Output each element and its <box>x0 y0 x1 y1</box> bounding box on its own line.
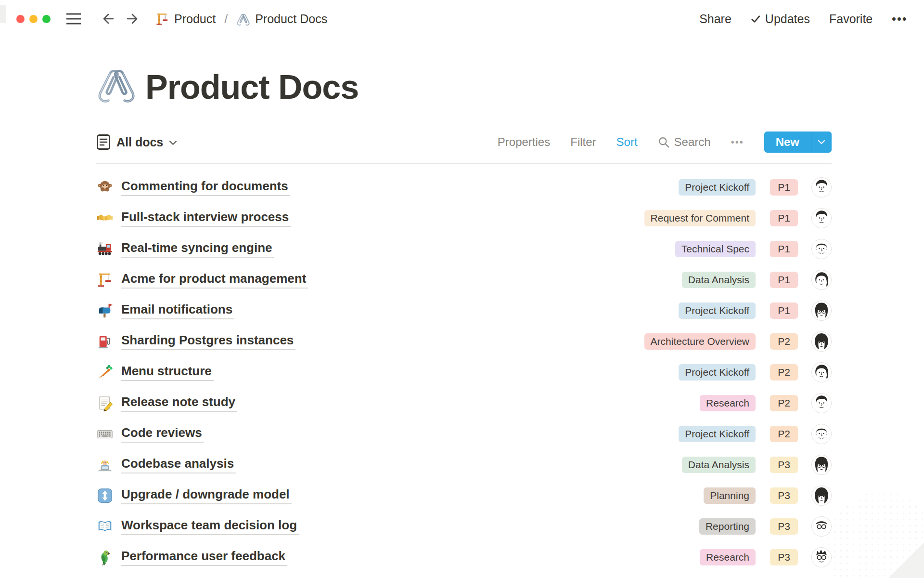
tag-badge[interactable]: Technical Spec <box>675 241 756 257</box>
table-row[interactable]: Acme for product management Data Analysi… <box>96 264 832 295</box>
memo-icon <box>96 394 114 412</box>
priority-badge[interactable]: P2 <box>770 333 798 350</box>
doc-list-icon <box>96 134 111 150</box>
avatar[interactable] <box>811 393 832 413</box>
table-row[interactable]: Workspace team decision log Reporting P3 <box>96 511 832 542</box>
chevron-down-icon <box>169 140 177 145</box>
doc-title-link[interactable]: Release note study <box>121 394 237 412</box>
priority-badge[interactable]: P1 <box>770 179 798 196</box>
doc-title-link[interactable]: Email notifications <box>121 302 234 319</box>
tag-badge[interactable]: Project Kickoff <box>679 179 756 196</box>
window-titlebar: Product / Product Docs Share Updates Fav… <box>0 0 924 38</box>
tag-badge[interactable]: Data Analysis <box>682 272 756 288</box>
table-row[interactable]: Email notifications Project Kickoff P1 <box>96 295 832 326</box>
new-button[interactable]: New <box>764 131 811 153</box>
zoom-window-button[interactable] <box>42 15 51 23</box>
doc-title-link[interactable]: Upgrade / downgrade model <box>121 487 292 504</box>
priority-badge[interactable]: P3 <box>770 549 798 565</box>
priority-badge[interactable]: P2 <box>770 364 798 381</box>
priority-badge[interactable]: P1 <box>770 241 798 257</box>
tag-badge[interactable]: Project Kickoff <box>679 302 756 319</box>
priority-badge[interactable]: P3 <box>770 518 798 535</box>
resize-corner <box>888 542 924 578</box>
open-book-icon <box>96 518 114 535</box>
forward-arrow-icon[interactable] <box>126 11 141 26</box>
page-icon-linked-paperclips[interactable] <box>96 63 137 105</box>
toolbar-more-icon[interactable]: ••• <box>731 137 744 148</box>
search-button[interactable]: Search <box>658 135 711 149</box>
avatar[interactable] <box>811 177 832 197</box>
table-row[interactable]: Upgrade / downgrade model Planning P3 <box>96 480 832 511</box>
tag-badge[interactable]: Project Kickoff <box>679 426 756 442</box>
table-row[interactable]: Full-stack interview process Request for… <box>96 203 832 234</box>
page-title[interactable]: Product Docs <box>145 70 359 105</box>
doc-title-link[interactable]: Workspace team decision log <box>121 518 299 535</box>
traffic-lights <box>16 15 51 23</box>
avatar[interactable] <box>811 270 832 290</box>
new-button-dropdown[interactable] <box>811 131 832 153</box>
filter-button[interactable]: Filter <box>570 135 596 149</box>
doc-title-link[interactable]: Codebase analysis <box>121 456 236 473</box>
table-row[interactable]: Menu structure Project Kickoff P2 <box>96 357 832 388</box>
priority-badge[interactable]: P2 <box>770 426 798 442</box>
priority-badge[interactable]: P1 <box>770 302 798 319</box>
avatar[interactable] <box>811 301 832 321</box>
properties-button[interactable]: Properties <box>498 135 550 149</box>
priority-badge[interactable]: P2 <box>770 395 798 411</box>
priority-badge[interactable]: P1 <box>770 210 798 226</box>
tag-badge[interactable]: Data Analysis <box>682 457 756 473</box>
priority-badge[interactable]: P3 <box>770 487 798 504</box>
minimize-window-button[interactable] <box>29 15 38 23</box>
doc-title-link[interactable]: Sharding Postgres instances <box>121 333 295 350</box>
avatar[interactable] <box>811 455 832 475</box>
tag-badge[interactable]: Research <box>700 549 756 565</box>
table-row[interactable]: Commenting for documents Project Kickoff… <box>96 172 832 203</box>
doc-title-link[interactable]: Commenting for documents <box>121 179 290 196</box>
priority-badge[interactable]: P1 <box>770 272 798 288</box>
sidebar-menu-icon[interactable] <box>65 13 82 25</box>
doc-title-link[interactable]: Code reviews <box>121 425 204 443</box>
tag-badge[interactable]: Project Kickoff <box>679 364 756 381</box>
avatar[interactable] <box>811 424 832 444</box>
doc-title-link[interactable]: Full-stack interview process <box>121 210 291 227</box>
breadcrumb-item-product[interactable]: Product <box>174 12 216 26</box>
share-button[interactable]: Share <box>699 12 732 26</box>
doc-title-link[interactable]: Performance user feedback <box>121 549 287 566</box>
doc-title-link[interactable]: Real-time syncing engine <box>121 240 274 258</box>
tag-badge[interactable]: Planning <box>704 487 756 504</box>
sort-button[interactable]: Sort <box>616 135 638 149</box>
favorite-button[interactable]: Favorite <box>829 12 873 26</box>
page-header: Product Docs <box>96 63 832 105</box>
table-row[interactable]: Real-time syncing engine Technical Spec … <box>96 234 832 264</box>
view-switcher[interactable]: All docs <box>96 134 177 150</box>
docs-table: Commenting for documents Project Kickoff… <box>96 164 832 573</box>
updates-button[interactable]: Updates <box>751 12 810 26</box>
more-options-icon[interactable]: ••• <box>892 12 908 26</box>
table-row[interactable]: Sharding Postgres instances Architecture… <box>96 326 832 357</box>
table-row[interactable]: Performance user feedback Research P3 <box>96 542 832 573</box>
woman-technologist-icon <box>96 456 114 473</box>
table-row[interactable]: Code reviews Project Kickoff P2 <box>96 419 832 449</box>
close-window-button[interactable] <box>16 15 25 23</box>
back-arrow-icon[interactable] <box>100 11 115 26</box>
table-row[interactable]: Codebase analysis Data Analysis P3 <box>96 449 832 480</box>
tag-badge[interactable]: Architecture Overview <box>644 333 756 350</box>
tag-badge[interactable]: Request for Comment <box>644 210 756 226</box>
tag-badge[interactable]: Research <box>700 395 756 411</box>
avatar[interactable] <box>811 486 832 506</box>
avatar[interactable] <box>811 331 832 352</box>
breadcrumb-item-product-docs[interactable]: Product Docs <box>255 12 327 26</box>
avatar[interactable] <box>811 208 832 228</box>
doc-title-link[interactable]: Acme for product management <box>121 271 308 289</box>
priority-badge[interactable]: P3 <box>770 457 798 473</box>
table-row[interactable]: Release note study Research P2 <box>96 388 832 419</box>
doc-title-link[interactable]: Menu structure <box>121 364 214 381</box>
window-edge-artifact <box>0 5 6 23</box>
up-down-arrow-icon <box>96 487 114 504</box>
avatar[interactable] <box>811 362 832 382</box>
check-icon <box>751 14 761 24</box>
view-switcher-label: All docs <box>116 135 163 149</box>
avatar[interactable] <box>811 239 832 259</box>
collection-toolbar: All docs Properties Filter Sort Search •… <box>96 131 832 153</box>
tag-badge[interactable]: Reporting <box>699 518 756 535</box>
